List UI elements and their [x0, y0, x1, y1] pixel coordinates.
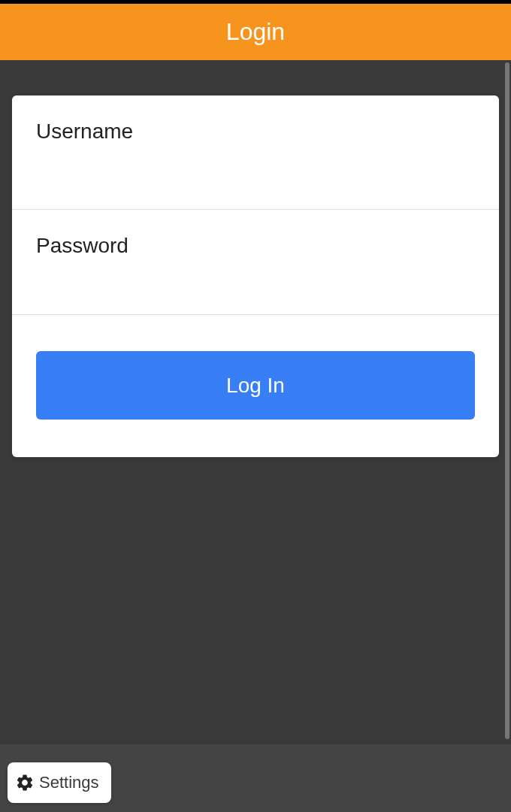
content-area: Username Password Log In — [0, 60, 503, 741]
submit-block: Log In — [12, 315, 499, 420]
settings-button[interactable]: Settings — [8, 762, 111, 803]
login-card: Username Password Log In — [12, 95, 499, 457]
page-title: Login — [226, 18, 285, 46]
username-label: Username — [36, 118, 475, 145]
scrollbar[interactable] — [505, 62, 509, 739]
username-field-block: Username — [12, 95, 499, 210]
password-label: Password — [36, 232, 475, 259]
gear-icon — [15, 773, 35, 792]
settings-button-label: Settings — [39, 773, 99, 792]
password-input[interactable] — [36, 270, 475, 307]
header-bar: Login — [0, 4, 511, 60]
login-button-label: Log In — [226, 374, 285, 398]
password-field-block: Password — [12, 210, 499, 315]
login-button[interactable]: Log In — [36, 351, 475, 420]
username-input[interactable] — [36, 156, 475, 193]
